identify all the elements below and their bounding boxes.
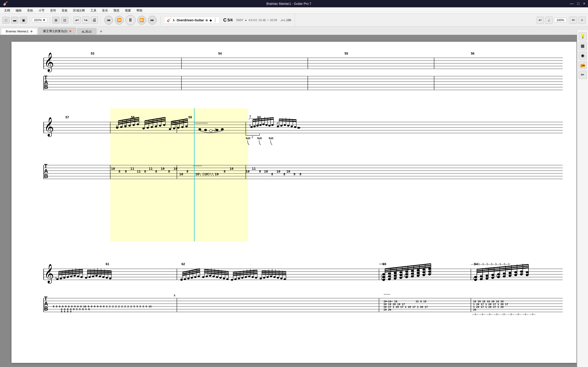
redo-btn[interactable]: ↪ xyxy=(82,17,89,24)
forward-end-btn[interactable]: ⏭ xyxy=(148,16,157,25)
svg-point-293 xyxy=(422,274,425,276)
svg-point-244 xyxy=(263,277,265,279)
grid-view-btn2[interactable]: ⊡ xyxy=(61,17,69,24)
tn-m64-4: 20 xyxy=(473,308,476,311)
svg-point-177 xyxy=(109,277,111,279)
system-3: 𝄞 61 62 63 64 xyxy=(25,260,563,333)
track-name: Overdriven Guitar xyxy=(177,18,204,22)
svg-point-224 xyxy=(231,279,233,281)
menu-note[interactable]: 音符 xyxy=(48,8,58,13)
tn-8-5: 8 xyxy=(168,169,170,173)
svg-point-79 xyxy=(209,130,212,132)
grid-tool-btn[interactable]: ▦ xyxy=(579,42,587,50)
tab-brainiac[interactable]: Brainiac Maniac1 xyxy=(1,28,37,35)
svg-point-321 xyxy=(503,275,506,277)
measure59-notes: # # xyxy=(116,115,300,133)
svg-point-314 xyxy=(491,277,494,279)
tab-clef-1b: B xyxy=(44,84,48,90)
svg-point-295 xyxy=(422,268,425,271)
light-tool-btn[interactable]: 💡 xyxy=(579,32,587,40)
tn-slide1: 10\ xyxy=(195,172,201,176)
menu-view[interactable]: 视窗 xyxy=(123,8,133,13)
add-tab-btn[interactable]: + xyxy=(97,28,105,35)
svg-point-227 xyxy=(241,277,243,279)
tab-zombie[interactable]: 僵王博士的复仇(2) xyxy=(38,27,76,35)
elapsed-time: 01:48 xyxy=(259,19,266,22)
svg-point-272 xyxy=(394,277,397,280)
print-btn[interactable]: 🖨 xyxy=(91,17,98,24)
menu-measure[interactable]: 小节 xyxy=(36,8,47,13)
rewind-start-btn[interactable]: ⏮ xyxy=(104,16,113,25)
svg-point-269 xyxy=(388,275,391,277)
svg-point-93 xyxy=(265,124,268,126)
svg-point-298 xyxy=(428,270,431,273)
svg-text:#: # xyxy=(381,274,382,277)
tn-paren: (10)\\ xyxy=(202,172,214,176)
tn-8-2: 8 xyxy=(125,169,127,173)
svg-point-312 xyxy=(485,275,488,277)
tn-10-after: 10 xyxy=(230,167,233,170)
more-options-icon[interactable]: ⋮ xyxy=(213,18,217,22)
svg-point-176 xyxy=(106,277,108,279)
page-view-btn[interactable]: □ xyxy=(2,17,10,24)
menu-music[interactable]: 音乐 xyxy=(100,8,110,13)
menu-annotations[interactable]: 区域注释 xyxy=(71,8,87,13)
tab-label-3: aLJEz2 xyxy=(82,30,92,33)
green-indicator: ● xyxy=(245,19,247,22)
track-number: 1. xyxy=(173,18,175,22)
svg-point-67 xyxy=(185,125,188,127)
title-bar: 🎸 Brainiac Maniac1 - Guitar Pro 7 — □ × xyxy=(0,0,588,7)
svg-point-174 xyxy=(99,275,101,277)
menu-preview[interactable]: 预览 xyxy=(111,8,122,13)
svg-point-35 xyxy=(132,124,135,126)
svg-point-205 xyxy=(202,276,204,278)
svg-point-81 xyxy=(221,128,224,131)
svg-point-322 xyxy=(503,273,506,275)
undo-btn[interactable]: ↩ xyxy=(73,17,81,24)
menu-effects[interactable]: 音效 xyxy=(59,8,70,13)
svg-point-308 xyxy=(480,278,483,280)
svg-text:#: # xyxy=(257,123,259,126)
note-icon[interactable]: ♩ xyxy=(545,17,553,24)
menu-tools[interactable]: 工具 xyxy=(88,8,99,13)
add-tool[interactable]: + xyxy=(578,17,586,24)
svg-point-248 xyxy=(277,277,279,279)
radio-tool-btn[interactable]: 📻 xyxy=(579,61,587,69)
edit-pencil-btn[interactable]: ✏ xyxy=(579,71,587,79)
svg-point-95 xyxy=(271,124,274,126)
edit-tool-1[interactable]: ↩ xyxy=(536,17,544,24)
minimize-button[interactable]: — xyxy=(570,2,573,6)
svg-point-297 xyxy=(428,273,431,275)
zoom-arrow[interactable]: ▼ xyxy=(43,18,45,22)
tab-label-1: Brainiac Maniac1 xyxy=(6,30,29,33)
menu-help[interactable]: 帮助 xyxy=(134,8,145,13)
multi-view-btn[interactable]: ▣ xyxy=(20,17,27,24)
close-button[interactable]: × xyxy=(583,2,585,6)
loop-tool-btn[interactable]: ◉ xyxy=(579,51,587,60)
grid-view-btn1[interactable]: ⊞ xyxy=(52,17,60,24)
metronome-icon: ◆ xyxy=(209,18,212,22)
window-title: Brainiac Maniac1 - Guitar Pro 7 xyxy=(8,2,570,6)
pause-btn[interactable]: ⏸ xyxy=(125,15,136,25)
svg-point-229 xyxy=(248,275,250,277)
maximize-button[interactable]: □ xyxy=(577,2,579,6)
tn-m64-3: 1 20 17 1 20 17 1 20 xyxy=(473,306,503,309)
scroll-view-btn[interactable]: ▬ xyxy=(11,17,18,24)
menu-file[interactable]: 文档 xyxy=(2,8,12,13)
window-controls[interactable]: — □ × xyxy=(570,2,585,6)
system-1-svg: 𝄞 53 54 55 56 T A B xyxy=(25,49,563,94)
rewind-btn[interactable]: ⏪ xyxy=(115,16,124,25)
zoom-control[interactable]: 202% ▼ xyxy=(32,18,48,23)
menu-track[interactable]: 音轨 xyxy=(25,8,35,13)
forward-btn[interactable]: ⏩ xyxy=(137,16,146,25)
svg-point-64 xyxy=(173,127,175,129)
svg-text:#: # xyxy=(381,277,382,280)
tuning-icon[interactable]: ⊕ xyxy=(205,18,208,22)
menu-edit[interactable]: 编辑 xyxy=(13,8,24,13)
score-viewport[interactable]: 𝄞 53 54 55 56 T A B xyxy=(0,35,588,367)
svg-point-77 xyxy=(199,128,201,131)
svg-point-309 xyxy=(480,275,483,277)
svg-point-287 xyxy=(411,270,414,272)
tab-aljez[interactable]: aLJEz2 xyxy=(77,28,96,35)
pencil-tool[interactable]: ✏ xyxy=(570,17,577,24)
